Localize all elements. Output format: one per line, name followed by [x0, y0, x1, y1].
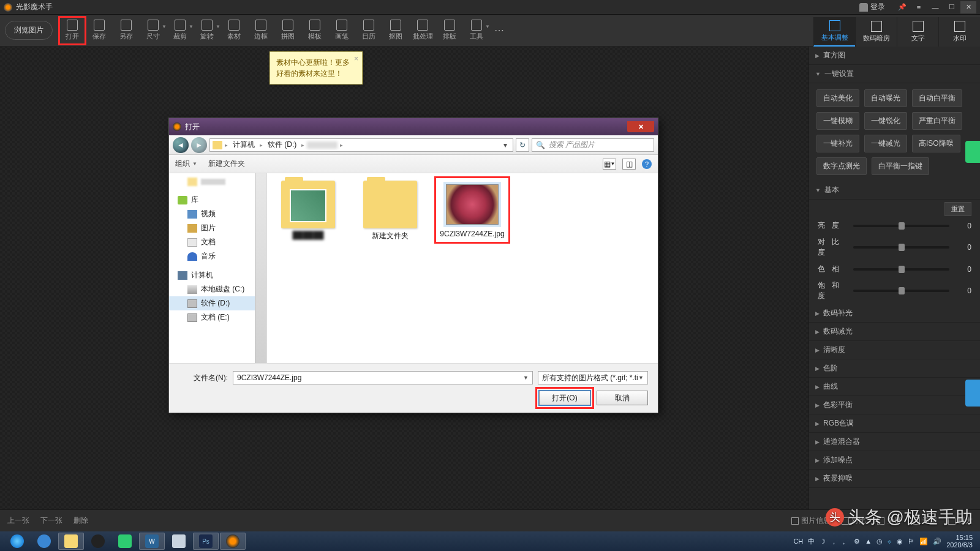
section-添加噪点[interactable]: ▶添加噪点	[809, 451, 980, 470]
tree-pictures[interactable]: 图片	[169, 221, 266, 235]
file-item[interactable]: 9CZI3W7244ZE.jpg	[439, 181, 506, 239]
slider-track[interactable]	[853, 290, 949, 292]
tray-bluetooth-icon[interactable]: ⟐	[888, 538, 892, 545]
preset-自动美化[interactable]: 自动美化	[816, 89, 859, 107]
side-widget-1[interactable]	[965, 141, 980, 163]
tree-computer[interactable]: 计算机	[169, 268, 266, 282]
side-widget-2[interactable]	[965, 380, 980, 407]
section-RGB色调[interactable]: ▶RGB色调	[809, 414, 980, 433]
tool-另存[interactable]: 另存	[113, 17, 140, 45]
tool-边框[interactable]: 边框	[247, 17, 274, 45]
maximize-button[interactable]: ☐	[944, 1, 960, 13]
preset-一键补光[interactable]: 一键补光	[816, 135, 859, 152]
tree-music[interactable]: 音乐	[169, 249, 266, 263]
filetype-select[interactable]: 所有支持的图片格式 (*.gif; *.tif▼	[538, 371, 648, 384]
tree-docs[interactable]: 文档	[169, 235, 266, 249]
tray-chrome-icon[interactable]: ◉	[897, 538, 903, 545]
tool-保存[interactable]: 保存	[86, 17, 113, 45]
taskbar-ie[interactable]	[31, 533, 57, 550]
taskbar-explorer[interactable]	[58, 533, 84, 550]
open-file-button[interactable]: 打开(O)	[539, 391, 590, 405]
file-item[interactable]: 新建文件夹	[356, 181, 424, 241]
right-tab-水印[interactable]: 水印	[938, 17, 980, 47]
close-button[interactable]: ✕	[960, 1, 976, 13]
file-item[interactable]: ██████	[274, 181, 342, 239]
section-数码减光[interactable]: ▶数码减光	[809, 323, 980, 341]
preset-一键模糊[interactable]: 一键模糊	[816, 112, 859, 130]
section-通道混合器[interactable]: ▶通道混合器	[809, 433, 980, 451]
section-色阶[interactable]: ▶色阶	[809, 359, 980, 378]
tool-画笔[interactable]: 画笔	[328, 17, 355, 45]
tool-排版[interactable]: 排版	[436, 17, 463, 45]
tray-chevron-icon[interactable]: ▲	[865, 538, 872, 545]
slider-thumb[interactable]	[899, 222, 905, 230]
slider-thumb[interactable]	[899, 287, 905, 294]
taskbar-neoimaging[interactable]	[220, 533, 246, 550]
prev-image-button[interactable]: 上一张	[7, 515, 29, 526]
taskbar-notes[interactable]	[166, 533, 192, 550]
tool-工具[interactable]: 工具▼	[463, 17, 490, 45]
tool-打开[interactable]: 打开	[59, 17, 86, 45]
preset-数字点测光[interactable]: 数字点测光	[816, 157, 867, 175]
tree-e-drive[interactable]: 文档 (E:)	[169, 310, 266, 324]
preset-自动曝光[interactable]: 自动曝光	[864, 89, 907, 107]
tool-尺寸[interactable]: 尺寸▼	[140, 17, 167, 45]
preview-pane-button[interactable]: ◫	[622, 159, 636, 170]
slider-track[interactable]	[853, 246, 949, 249]
tree-library[interactable]: 库	[169, 193, 266, 207]
filename-input[interactable]: 9CZI3W7244ZE.jpg▼	[233, 371, 533, 384]
menu-button[interactable]: ≡	[911, 1, 927, 13]
preset-一键减光[interactable]: 一键减光	[864, 135, 907, 152]
browse-images-button[interactable]: 浏览图片	[5, 21, 53, 40]
slider-thumb[interactable]	[899, 244, 905, 251]
view-mode-button[interactable]: ▦▼	[603, 159, 616, 170]
address-dropdown-icon[interactable]: ▾	[500, 141, 510, 149]
search-input[interactable]: 🔍 搜索 产品图片	[532, 138, 654, 152]
nav-back-button[interactable]: ◄	[173, 137, 189, 153]
tool-拼图[interactable]: 拼图	[274, 17, 301, 45]
tray-lang[interactable]: CH	[793, 538, 803, 545]
tooltip-close-icon[interactable]: ×	[354, 53, 358, 64]
tray-ime[interactable]: 中	[808, 537, 815, 546]
reset-button[interactable]: 重置	[944, 202, 971, 216]
preset-一键锐化[interactable]: 一键锐化	[864, 112, 907, 130]
tree-item[interactable]	[169, 176, 266, 188]
section-quickset[interactable]: ▼一键设置	[809, 65, 980, 83]
tray-flag-icon[interactable]: 🏳	[908, 538, 914, 545]
section-曲线[interactable]: ▶曲线	[809, 378, 980, 396]
taskbar-wps[interactable]: W	[139, 533, 165, 550]
right-tab-基本调整[interactable]: 基本调整	[813, 17, 855, 47]
taskbar-app1[interactable]	[85, 533, 111, 550]
tool-素材[interactable]: 素材	[221, 17, 247, 45]
slider-thumb[interactable]	[899, 266, 905, 273]
tree-video[interactable]: 视频	[169, 207, 266, 221]
tray-volume-icon[interactable]: 🔊	[933, 538, 941, 545]
tool-裁剪[interactable]: 裁剪▼	[167, 17, 194, 45]
preset-高ISO降噪[interactable]: 高ISO降噪	[912, 135, 960, 152]
right-tab-数码暗房[interactable]: 数码暗房	[855, 17, 897, 47]
preset-白平衡一指键[interactable]: 白平衡一指键	[872, 157, 929, 175]
delete-image-button[interactable]: 删除	[74, 515, 88, 526]
tray-network-icon[interactable]: 📶	[919, 538, 928, 545]
taskbar-photoshop[interactable]: Ps	[193, 533, 219, 550]
section-histogram[interactable]: ▶直方图	[809, 47, 980, 65]
nav-forward-button[interactable]: ►	[191, 137, 207, 153]
next-image-button[interactable]: 下一张	[40, 515, 62, 526]
tool-批处理[interactable]: 批处理	[409, 17, 436, 45]
section-basic[interactable]: ▼基本	[809, 181, 980, 200]
section-数码补光[interactable]: ▶数码补光	[809, 304, 980, 323]
new-folder-button[interactable]: 新建文件夹	[208, 159, 245, 169]
organize-button[interactable]: 组织▼	[175, 159, 197, 169]
tool-模板[interactable]: 模板	[301, 17, 328, 45]
more-tools-button[interactable]: ⋯	[490, 17, 508, 45]
preset-严重白平衡[interactable]: 严重白平衡	[912, 112, 962, 130]
tree-d-drive[interactable]: 软件 (D:)	[169, 296, 266, 310]
address-bar[interactable]: ▸ 计算机 ▸ 软件 (D:) ▸ ▸ ▾	[209, 138, 513, 152]
section-色彩平衡[interactable]: ▶色彩平衡	[809, 396, 980, 414]
preset-自动白平衡[interactable]: 自动白平衡	[912, 89, 962, 107]
taskbar-clock[interactable]: 15:15 2020/8/3	[946, 534, 973, 549]
dialog-close-button[interactable]: ✕	[627, 121, 654, 132]
taskbar-wechat[interactable]	[112, 533, 138, 550]
image-info-button[interactable]: 图片信息	[791, 515, 831, 526]
start-button[interactable]	[4, 533, 30, 550]
